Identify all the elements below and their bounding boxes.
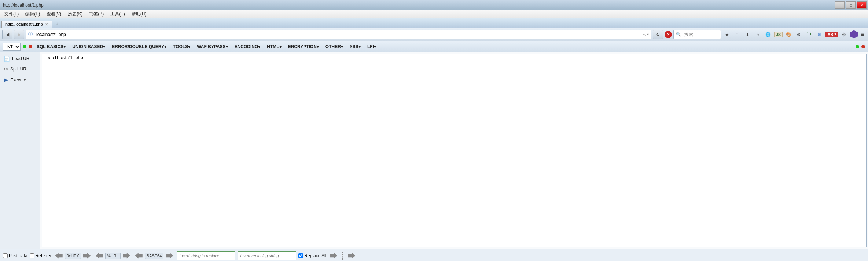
address-input[interactable] xyxy=(34,30,641,39)
split-url-icon: ✂ xyxy=(4,66,8,72)
url-encode-group: %URL xyxy=(94,252,132,260)
stop-button[interactable]: ✕ xyxy=(665,31,672,38)
tab-close-icon[interactable]: ✕ xyxy=(45,22,48,26)
bookmark-manager-icon[interactable]: 🗒 xyxy=(733,30,742,39)
plugin-menu-bar: INT SQL BASICS▾ UNION BASED▾ ERROR/DOUBL… xyxy=(0,41,868,52)
split-url-label[interactable]: Split URL xyxy=(10,66,29,72)
post-data-checkbox-label[interactable]: Post data xyxy=(3,253,27,258)
url-encode-label: %URL xyxy=(105,253,121,259)
title-bar-text: http://localhost/1.php xyxy=(1,3,44,8)
sidebar-item-load-url[interactable]: 📄 Load URL xyxy=(0,54,40,64)
abp-button[interactable]: ABP xyxy=(825,32,838,37)
post-data-checkbox[interactable] xyxy=(3,253,8,258)
address-bar: ◀ ▶ ⓘ ⌂ ▾ ↻ ✕ 🔍 ★ 🗒 ⬇ ⌂ 🌐 JS 🎨 ⊕ 🛡 ⊞ ABP… xyxy=(0,28,868,41)
minimize-button[interactable]: — xyxy=(835,1,845,9)
hex-encode-button[interactable] xyxy=(82,252,92,260)
hex-encode-group: 0xHEX xyxy=(54,252,92,260)
translate-icon[interactable]: ⊕ xyxy=(794,30,803,39)
menu-file[interactable]: 文件(F) xyxy=(1,10,22,18)
close-button[interactable]: ✕ xyxy=(857,1,867,9)
base64-encode-group: BASE64 xyxy=(134,252,175,260)
title-bar: http://localhost/1.php — □ ✕ xyxy=(0,0,868,10)
menu-bar: 文件(F) 编辑(E) 查看(V) 历史(S) 书签(B) 工具(T) 帮助(H… xyxy=(0,10,868,18)
tab-active[interactable]: http://localhost/1.php ✕ xyxy=(1,21,52,28)
int-select[interactable]: INT xyxy=(3,43,21,51)
menu-help[interactable]: 帮助(H) xyxy=(129,10,150,18)
replace-string-input[interactable] xyxy=(177,251,235,260)
referrer-checkbox[interactable] xyxy=(30,253,34,258)
maximize-button[interactable]: □ xyxy=(846,1,856,9)
home-icon[interactable]: ⌂ xyxy=(643,32,646,37)
home-toolbar-icon[interactable]: ⌂ xyxy=(753,30,762,39)
url-decode-button[interactable] xyxy=(94,252,104,260)
other-menu[interactable]: OTHER▾ xyxy=(323,43,345,50)
menu-bookmarks[interactable]: 书签(B) xyxy=(86,10,107,18)
url-encode-button[interactable] xyxy=(121,252,132,260)
xss-menu[interactable]: XSS▾ xyxy=(347,43,363,50)
menu-view[interactable]: 查看(V) xyxy=(44,10,64,18)
hex-decode-button[interactable] xyxy=(54,252,64,260)
execute-label[interactable]: Execute xyxy=(10,77,26,83)
base64-decode-button[interactable] xyxy=(134,252,144,260)
sync-icon[interactable]: ⊞ xyxy=(815,30,824,39)
replacing-string-input[interactable] xyxy=(238,251,296,260)
encoding-menu[interactable]: ENCODING▾ xyxy=(232,43,263,50)
tab-bar: http://localhost/1.php ✕ + xyxy=(0,18,868,28)
sidebar-item-execute[interactable]: ▶ Execute xyxy=(0,74,40,86)
tools-menu[interactable]: TOOLS▾ xyxy=(171,43,192,50)
js-button[interactable]: JS xyxy=(774,32,783,37)
main-area: 📄 Load URL ✂ Split URL ▶ Execute localho… xyxy=(0,52,868,249)
search-icon: 🔍 xyxy=(676,32,681,37)
search-input[interactable] xyxy=(682,30,718,39)
menu-history[interactable]: 历史(S) xyxy=(65,10,85,18)
menu-tools[interactable]: 工具(T) xyxy=(107,10,128,18)
download-icon[interactable]: ⬇ xyxy=(743,30,752,39)
settings-icon[interactable]: ⚙ xyxy=(840,30,849,39)
referrer-checkbox-label[interactable]: Referrer xyxy=(30,253,52,258)
execute-icon: ▶ xyxy=(4,76,8,83)
tab-label: http://localhost/1.php xyxy=(5,22,43,26)
base64-label: BASE64 xyxy=(145,253,164,259)
sidebar: 📄 Load URL ✂ Split URL ▶ Execute xyxy=(0,52,40,249)
globe-icon[interactable]: 🌐 xyxy=(764,30,772,39)
lfi-menu[interactable]: LFI▾ xyxy=(365,43,378,50)
union-based-menu[interactable]: UNION BASED▾ xyxy=(70,43,107,50)
error-double-query-menu[interactable]: ERROR/DOUBLE QUERY▾ xyxy=(110,43,169,50)
star-icon[interactable]: ★ xyxy=(722,30,731,39)
js-icon[interactable]: JS xyxy=(774,30,783,39)
back-button[interactable]: ◀ xyxy=(2,30,12,39)
green-indicator xyxy=(23,45,26,48)
vpn-icon[interactable]: 🛡 xyxy=(805,30,813,39)
menu-hamburger-icon[interactable]: ≡ xyxy=(860,31,866,38)
menu-edit[interactable]: 编辑(E) xyxy=(22,10,43,18)
top-right-green-indicator xyxy=(856,45,859,48)
replace-all-label[interactable]: Replace All xyxy=(298,253,326,258)
content-area: localhost/1.php xyxy=(40,52,868,249)
top-right-red-indicator xyxy=(861,45,865,48)
refresh-button[interactable]: ↻ xyxy=(653,30,663,39)
forward-button[interactable]: ▶ xyxy=(14,30,24,39)
ghostery-icon[interactable] xyxy=(850,30,858,39)
red-indicator xyxy=(29,45,32,48)
post-data-label: Post data xyxy=(9,253,27,258)
html-menu[interactable]: HTML▾ xyxy=(265,43,283,50)
load-url-label[interactable]: Load URL xyxy=(12,56,32,61)
referrer-label: Referrer xyxy=(36,253,52,258)
dropdown-icon[interactable]: ▾ xyxy=(647,32,649,36)
bottom-toolbar: Post data Referrer 0xHEX %URL BASE64 Rep… xyxy=(0,249,868,261)
separator xyxy=(342,252,343,260)
encryption-menu[interactable]: ENCRYPTION▾ xyxy=(286,43,321,50)
color-picker-icon[interactable]: 🎨 xyxy=(784,30,793,39)
replace-all-text: Replace All xyxy=(304,253,326,258)
hex-label: 0xHEX xyxy=(65,253,81,259)
replace-execute-button[interactable] xyxy=(328,252,339,260)
url-input[interactable]: localhost/1.php xyxy=(42,54,867,247)
waf-bypass-menu[interactable]: WAF BYPASS▾ xyxy=(195,43,230,50)
replace-all-checkbox[interactable] xyxy=(298,253,303,258)
base64-encode-button[interactable] xyxy=(164,252,174,260)
load-url-icon: 📄 xyxy=(4,56,10,62)
sidebar-item-split-url[interactable]: ✂ Split URL xyxy=(0,64,40,74)
new-tab-button[interactable]: + xyxy=(53,20,62,28)
replace-all-execute-button[interactable] xyxy=(346,252,357,260)
sql-basics-menu[interactable]: SQL BASICS▾ xyxy=(34,43,68,50)
